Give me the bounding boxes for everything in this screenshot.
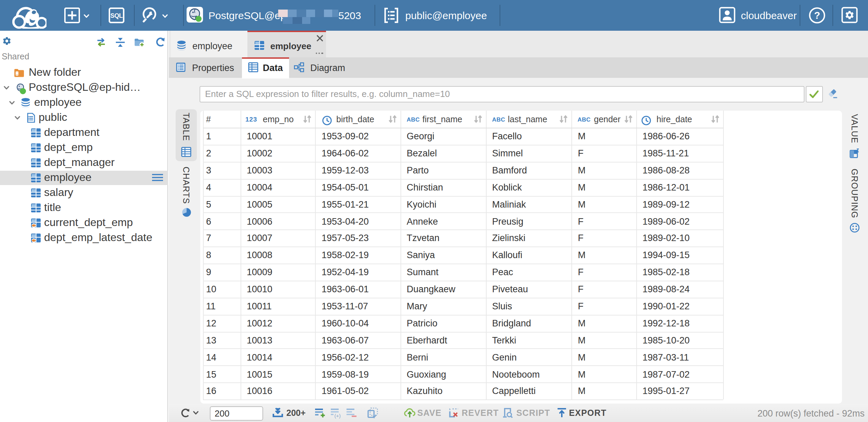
svg-text:(+): (+): [334, 413, 341, 419]
svg-text:123: 123: [245, 115, 257, 122]
svg-text:ABC: ABC: [578, 116, 591, 122]
svg-text:?: ?: [814, 10, 820, 21]
svg-text:ABC: ABC: [406, 116, 419, 122]
svg-text:ABC: ABC: [492, 116, 505, 122]
svg-text:SQL: SQL: [110, 12, 123, 19]
